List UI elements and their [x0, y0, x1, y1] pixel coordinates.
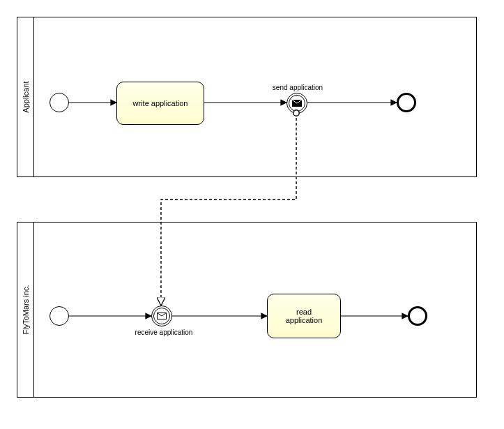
pool-applicant-body: write application send application: [34, 17, 476, 176]
event-receive-application-label: receive application: [129, 329, 199, 336]
event-send-application-label: send application: [263, 84, 333, 91]
message-catch-icon: [157, 313, 167, 319]
end-event-flytomars[interactable]: [408, 306, 427, 326]
task-read-application-label: read application: [286, 308, 323, 324]
event-send-application[interactable]: [287, 93, 307, 114]
pool-applicant-label-strip: Applicant: [17, 17, 34, 176]
task-write-application[interactable]: write application: [116, 82, 204, 125]
task-read-application[interactable]: read application: [267, 294, 341, 338]
start-event-flytomars[interactable]: [49, 306, 69, 326]
pool-applicant[interactable]: Applicant write application send applica…: [17, 17, 477, 177]
start-event-applicant[interactable]: [49, 93, 69, 112]
end-event-applicant[interactable]: [397, 93, 416, 112]
pool-flytomars-body: receive application read application: [34, 223, 476, 397]
bpmn-canvas: Applicant write application send applica…: [0, 0, 504, 429]
message-throw-icon: [292, 100, 302, 107]
pool-flytomars-label-strip: FlyToMars inc.: [17, 223, 34, 397]
event-receive-application[interactable]: [151, 306, 172, 326]
task-write-application-label: write application: [133, 99, 188, 107]
pool-flytomars-label: FlyToMars inc.: [22, 285, 30, 335]
pool-flytomars[interactable]: FlyToMars inc. receive application read …: [17, 222, 477, 398]
pool-applicant-label: Applicant: [22, 81, 30, 112]
